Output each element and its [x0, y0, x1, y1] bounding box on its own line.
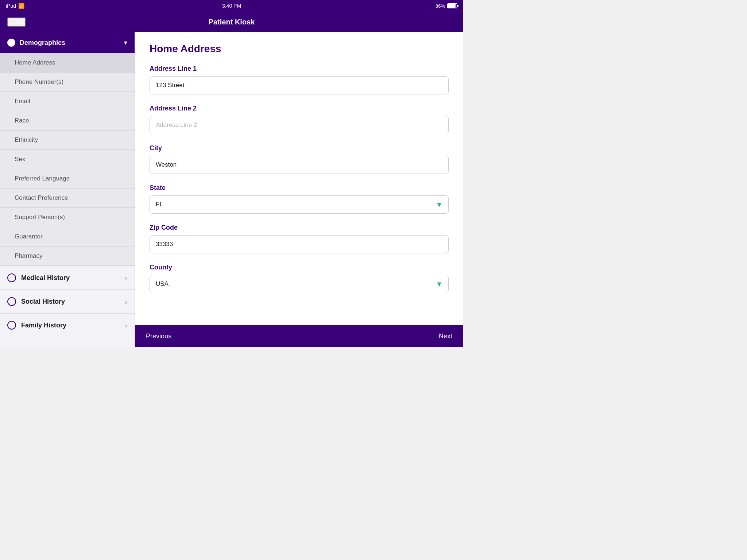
nav-bar: Close Patient Kiosk: [0, 12, 463, 32]
state-select-wrapper: ▼: [150, 195, 449, 214]
label-zip-code: Zip Code: [150, 224, 449, 232]
input-county[interactable]: [150, 275, 449, 293]
label-address-line-2: Address Line 2: [150, 105, 449, 112]
sidebar-sub-item-contact-preference[interactable]: Contact Preference: [0, 188, 135, 208]
label-county: County: [150, 264, 449, 271]
medical-history-label: Medical History: [21, 274, 120, 282]
form-group-address-line-2: Address Line 2: [150, 105, 449, 134]
sidebar-sub-item-preferred-language[interactable]: Preferred Language: [0, 169, 135, 188]
county-select-wrapper: ▼: [150, 275, 449, 293]
family-history-circle-icon: [7, 321, 16, 330]
content-scroll: Home Address Address Line 1 Address Line…: [135, 32, 463, 325]
sidebar: Demographics ▾ Home Address Phone Number…: [0, 32, 135, 347]
status-bar: iPad 📶 3:40 PM 86%: [0, 0, 463, 12]
form-group-address-line-1: Address Line 1: [150, 65, 449, 94]
form-group-city: City: [150, 144, 449, 174]
nav-title: Patient Kiosk: [209, 18, 255, 26]
sidebar-sub-item-support-person[interactable]: Support Person(s): [0, 208, 135, 227]
input-state[interactable]: [150, 195, 449, 214]
device-label: iPad: [6, 3, 16, 9]
demographics-chevron-icon: ▾: [124, 39, 127, 47]
sidebar-sub-item-pharmacy[interactable]: Pharmacy: [0, 246, 135, 266]
previous-button[interactable]: Previous: [146, 332, 171, 340]
sidebar-section-family-history[interactable]: Family History ›: [0, 313, 135, 337]
content-area: Home Address Address Line 1 Address Line…: [135, 32, 463, 347]
next-button[interactable]: Next: [439, 332, 452, 340]
sidebar-sub-item-email[interactable]: Email: [0, 92, 135, 111]
form-group-county: County ▼: [150, 264, 449, 293]
form-group-zip-code: Zip Code: [150, 224, 449, 253]
main-layout: Demographics ▾ Home Address Phone Number…: [0, 32, 463, 347]
input-city[interactable]: [150, 156, 449, 174]
wifi-icon: 📶: [18, 3, 24, 9]
form-group-state: State ▼: [150, 184, 449, 214]
medical-history-chevron-icon: ›: [125, 274, 127, 282]
social-history-chevron-icon: ›: [125, 298, 127, 306]
label-state: State: [150, 184, 449, 192]
family-history-label: Family History: [21, 322, 120, 329]
sidebar-sub-item-sex[interactable]: Sex: [0, 150, 135, 169]
close-button[interactable]: Close: [7, 18, 26, 27]
input-zip-code[interactable]: [150, 235, 449, 253]
label-city: City: [150, 144, 449, 152]
bottom-bar: Previous Next: [135, 325, 463, 347]
sidebar-section-demographics[interactable]: Demographics ▾: [0, 32, 135, 53]
social-history-label: Social History: [21, 298, 120, 306]
input-address-line-2[interactable]: [150, 116, 449, 134]
sidebar-sub-item-phone-numbers[interactable]: Phone Number(s): [0, 73, 135, 92]
sidebar-sub-item-guarantor[interactable]: Guarantor: [0, 227, 135, 246]
medical-history-circle-icon: [7, 273, 16, 282]
form-title: Home Address: [150, 43, 449, 55]
sidebar-sub-item-home-address[interactable]: Home Address: [0, 53, 135, 73]
sidebar-section-social-history[interactable]: Social History ›: [0, 289, 135, 313]
demographics-circle-icon: [7, 39, 15, 47]
input-address-line-1[interactable]: [150, 76, 449, 94]
battery-percent: 86%: [436, 3, 445, 9]
status-bar-right: 86%: [436, 3, 457, 9]
sidebar-sub-item-race[interactable]: Race: [0, 111, 135, 131]
social-history-circle-icon: [7, 297, 16, 306]
label-address-line-1: Address Line 1: [150, 65, 449, 73]
status-bar-time: 3:40 PM: [222, 3, 241, 9]
demographics-label: Demographics: [20, 39, 120, 47]
family-history-chevron-icon: ›: [125, 321, 127, 330]
status-bar-left: iPad 📶: [6, 3, 24, 9]
sidebar-sub-item-ethnicity[interactable]: Ethnicity: [0, 131, 135, 150]
battery-icon: [447, 3, 457, 8]
sidebar-section-medical-history[interactable]: Medical History ›: [0, 266, 135, 289]
